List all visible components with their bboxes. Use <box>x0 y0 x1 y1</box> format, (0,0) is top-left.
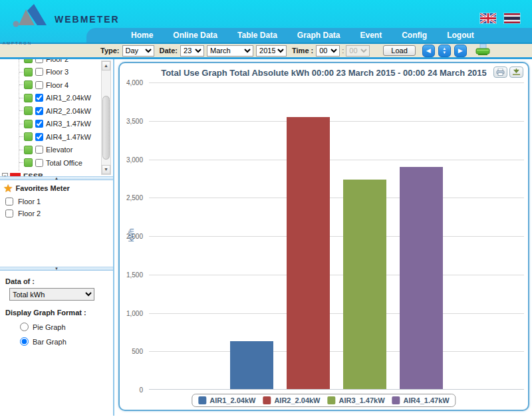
month-select[interactable]: March <box>207 45 253 57</box>
period-spinner-button[interactable]: ▲ ▼ <box>438 45 451 57</box>
tree-checkbox-air1-2-04kw[interactable] <box>35 94 43 102</box>
collapse-icon[interactable]: − <box>2 173 8 176</box>
splitter-up-icon: ▲ <box>55 176 59 180</box>
tree-connector <box>19 98 23 98</box>
legend-item-air4-1-47kw[interactable]: AIR4_1.47kW <box>392 396 450 404</box>
time-separator: : <box>342 47 344 55</box>
legend-swatch <box>328 396 336 404</box>
y-tick-label: 3,000 <box>126 156 143 163</box>
bar-air2-2-04kw <box>287 117 330 389</box>
tree-item-label: Elevator <box>46 146 72 154</box>
uk-flag-icon[interactable] <box>480 13 496 23</box>
favorite-item-label: Floor 1 <box>18 198 41 206</box>
favorite-item-floor-2[interactable]: Floor 2 <box>4 208 109 219</box>
tree-item-air4-1-47kw[interactable]: AIR4_1.47kW <box>0 130 101 144</box>
nav-item-event[interactable]: Event <box>350 28 392 43</box>
tree-checkbox-air4-1-47kw[interactable] <box>35 133 43 141</box>
legend-item-air3-1-47kw[interactable]: AIR3_1.47kW <box>328 396 385 404</box>
meter-icon <box>24 106 33 115</box>
chart-download-button[interactable] <box>509 67 523 78</box>
time-label: Time : <box>292 47 313 55</box>
tree-item-floor-2[interactable]: Floor 2 <box>0 59 101 66</box>
y-tick-label: 3,500 <box>126 117 143 124</box>
scroll-down-button[interactable]: ▼ <box>102 165 110 174</box>
year-select[interactable]: 2015 <box>256 45 287 57</box>
format-option-label: Pie Graph <box>33 323 66 331</box>
gridline-2500 <box>149 198 524 198</box>
nav-item-config[interactable]: Config <box>392 28 437 43</box>
legend-swatch <box>263 396 271 404</box>
meter-icon <box>24 68 33 76</box>
radio-pie-graph[interactable] <box>20 323 29 331</box>
nav-item-logout[interactable]: Logout <box>437 28 484 43</box>
scroll-up-button[interactable]: ▲ <box>102 61 110 70</box>
nav-item-graph-data[interactable]: Graph Data <box>287 28 350 43</box>
meter-icon <box>24 80 33 89</box>
legend-swatch <box>198 396 206 404</box>
tree-item-floor-4[interactable]: Floor 4 <box>0 78 101 92</box>
load-button[interactable]: Load <box>383 45 415 56</box>
print-icon <box>496 69 505 76</box>
favorite-checkbox-floor-2[interactable] <box>5 209 13 217</box>
star-icon: ★ <box>4 183 13 194</box>
data-of-select[interactable]: Total kWh <box>9 288 94 301</box>
gridline-1000 <box>149 313 524 314</box>
y-tick-label: 4,000 <box>126 79 143 86</box>
favorite-checkbox-floor-1[interactable] <box>5 198 13 206</box>
sidebar: Floor 2Floor 3Floor 4AIR1_2.04kWAIR2_2.0… <box>0 59 114 416</box>
minute-select[interactable]: 00 <box>346 45 370 57</box>
data-of-label: Data of : <box>5 277 108 285</box>
tree-checkbox-floor-4[interactable] <box>35 81 43 89</box>
chevron-left-icon: ◀ <box>426 45 431 57</box>
tree-connector <box>19 150 23 150</box>
spinner-down-icon: ▼ <box>442 51 446 55</box>
tree-item-air1-2-04kw[interactable]: AIR1_2.04kW <box>0 92 101 105</box>
download-icon <box>512 69 521 76</box>
logo-triangles-icon <box>12 3 48 29</box>
previous-period-button[interactable]: ◀ <box>422 45 435 57</box>
date-label: Date: <box>160 47 178 55</box>
tree-item-label: AIR1_2.04kW <box>46 94 91 102</box>
tree-item-air3-1-47kw[interactable]: AIR3_1.47kW <box>0 118 101 131</box>
hour-select[interactable]: 00 <box>316 45 340 57</box>
tree-item-elevator[interactable]: Elevator <box>0 144 101 157</box>
tree-item-essb[interactable]: − ESSB <box>0 170 43 176</box>
tree-scrollbar[interactable]: ▲ ▼ <box>101 61 111 175</box>
format-option-bar-graph[interactable]: Bar Graph <box>20 337 108 346</box>
tree-item-label: ESSB <box>23 172 43 177</box>
chart-print-button[interactable] <box>493 67 507 78</box>
legend-label: AIR1_2.04kW <box>209 396 255 404</box>
meter-icon <box>24 94 33 102</box>
tree-item-total-office[interactable]: Total Office <box>0 156 101 170</box>
day-select[interactable]: 23 <box>180 45 204 57</box>
meter-icon <box>24 146 33 154</box>
meter-icon <box>24 120 33 128</box>
favorite-item-floor-1[interactable]: Floor 1 <box>4 196 109 208</box>
legend-item-air2-2-04kw[interactable]: AIR2_2.04kW <box>263 396 320 404</box>
tree-checkbox-floor-2[interactable] <box>35 59 43 63</box>
legend-item-air1-2-04kw[interactable]: AIR1_2.04kW <box>198 396 255 404</box>
print-report-button[interactable] <box>475 44 491 57</box>
nav-item-table-data[interactable]: Table Data <box>227 28 287 43</box>
scrollbar-thumb[interactable] <box>102 96 110 160</box>
tree-checkbox-floor-3[interactable] <box>35 68 43 76</box>
tree-checkbox-air3-1-47kw[interactable] <box>35 120 43 128</box>
bar-air3-1-47kw <box>343 180 386 389</box>
tree-checkbox-total-office[interactable] <box>35 159 43 167</box>
tree-item-floor-3[interactable]: Floor 3 <box>0 66 101 79</box>
next-period-button[interactable]: ▶ <box>454 45 467 57</box>
format-option-pie-graph[interactable]: Pie Graph <box>20 323 108 331</box>
tree-checkbox-air2-2-04kw[interactable] <box>35 107 43 115</box>
tree-item-air2-2-04kw[interactable]: AIR2_2.04kW <box>0 104 101 118</box>
tree-item-label: AIR4_1.47kW <box>46 133 91 141</box>
gridline-500 <box>149 351 524 352</box>
radio-bar-graph[interactable] <box>20 337 29 346</box>
brand-name: WEBMETER <box>55 14 120 25</box>
nav-item-online-data[interactable]: Online Data <box>163 28 227 43</box>
bar-air4-1-47kw <box>400 167 443 389</box>
group-meter-icon <box>10 173 21 176</box>
tree-checkbox-elevator[interactable] <box>35 146 43 154</box>
type-select[interactable]: Day <box>122 45 154 57</box>
thai-flag-icon[interactable] <box>504 13 520 23</box>
nav-item-home[interactable]: Home <box>121 28 163 43</box>
